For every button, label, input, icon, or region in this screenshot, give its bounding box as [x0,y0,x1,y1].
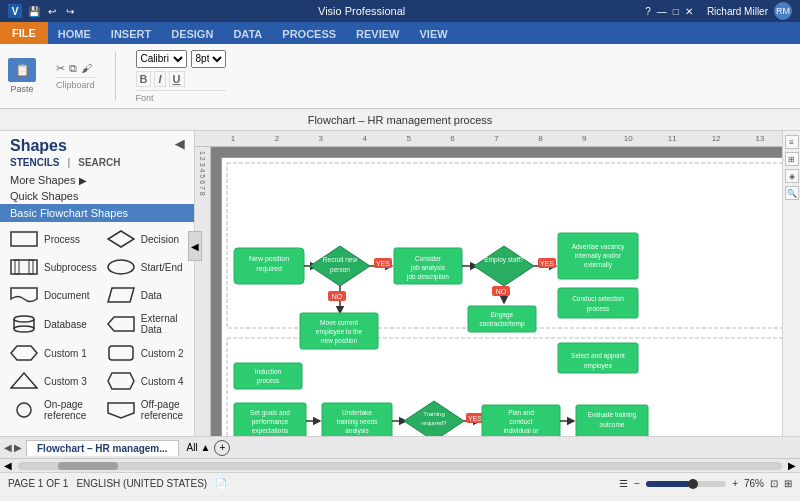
fit-window-button[interactable]: ⊡ [770,478,778,489]
svg-marker-12 [108,317,134,331]
all-pages-button[interactable]: All ▲ [187,442,211,453]
zoom-level-indicator [646,481,690,487]
tab-design[interactable]: DESIGN [161,24,223,44]
startend-svg [107,258,135,276]
ruler-horizontal: 1 2 3 4 5 6 7 8 9 10 11 12 13 [195,131,782,147]
svg-text:job analysis: job analysis [410,264,446,272]
right-toolbar: ≡ ⊞ ◈ 🔍 [782,131,800,436]
right-tool-3[interactable]: ◈ [785,169,799,183]
format-painter-button[interactable]: 🖌 [81,62,92,75]
page-tab[interactable]: Flowchart – HR managem... [26,440,179,456]
svg-text:employee to the: employee to the [316,328,363,336]
svg-marker-13 [11,346,37,360]
zoom-in-button[interactable]: + [732,478,738,489]
italic-button[interactable]: I [154,71,165,87]
shape-process[interactable]: Process [6,226,101,252]
shape-offpage-ref[interactable]: Off-page reference [103,396,188,424]
search-link[interactable]: SEARCH [78,157,120,168]
svg-rect-14 [109,346,133,360]
tab-file[interactable]: FILE [0,22,48,44]
scroll-right-button[interactable]: ▶ [784,460,800,471]
scroll-track[interactable] [18,462,782,470]
paste-button[interactable]: 📋 [8,58,36,82]
svg-text:Employ staff?: Employ staff? [484,256,524,264]
save-button[interactable]: 💾 [26,3,42,19]
tab-process[interactable]: PROCESS [272,24,346,44]
shape-onpage-ref[interactable]: On-page reference [6,396,101,424]
right-tool-2[interactable]: ⊞ [785,152,799,166]
copy-button[interactable]: ⧉ [69,62,77,75]
data-icon [107,285,135,305]
panel-collapse-button[interactable]: ◀ [188,231,202,261]
shape-custom1[interactable]: Custom 1 [6,340,101,366]
canvas-area: 1 2 3 4 5 6 7 8 9 10 11 12 13 1 2 3 4 5 … [195,131,782,436]
main-area: Shapes ◀ STENCILS | SEARCH More Shapes ▶… [0,131,800,436]
add-page-button[interactable]: + [214,440,230,456]
more-shapes-item[interactable]: More Shapes ▶ [0,172,194,188]
custom1-svg [10,344,38,362]
shape-custom3[interactable]: Custom 3 [6,368,101,394]
canvas-content[interactable]: New position required Recruit new person… [211,147,782,436]
tab-view[interactable]: VIEW [410,24,458,44]
shape-external-data[interactable]: External Data [103,310,188,338]
shapes-collapse-button[interactable]: ◀ [175,137,184,151]
font-size-select[interactable]: 8pt [191,50,226,68]
offpage-ref-icon [107,400,135,420]
fit-page-button[interactable]: ⊞ [784,478,792,489]
undo-button[interactable]: ↩ [44,3,60,19]
minimize-button[interactable]: — [657,6,667,17]
shape-document[interactable]: Document [6,282,101,308]
shape-data[interactable]: Data [103,282,188,308]
svg-text:required: required [256,265,282,273]
close-button[interactable]: ✕ [685,6,693,17]
shape-database[interactable]: Database [6,310,101,338]
right-tool-1[interactable]: ≡ [785,135,799,149]
tab-review[interactable]: REVIEW [346,24,409,44]
more-shapes-label: More Shapes [10,174,75,186]
scroll-thumb[interactable] [58,462,118,470]
font-family-select[interactable]: Calibri [136,50,187,68]
custom3-label: Custom 3 [44,376,87,387]
h-scrollbar[interactable]: ◀ ▶ [0,458,800,472]
ribbon-content: 📋 Paste ✂ ⧉ 🖌 Clipboard Calibri 8 [0,44,800,109]
zoom-slider[interactable] [646,481,726,487]
custom3-icon [10,371,38,391]
tab-next-button[interactable]: ▶ [14,442,22,453]
ruler-mark-9: 9 [562,134,606,143]
redo-button[interactable]: ↪ [62,3,78,19]
basic-flowchart-header[interactable]: Basic Flowchart Shapes [0,204,194,222]
tab-data[interactable]: DATA [223,24,272,44]
shape-custom4[interactable]: Custom 4 [103,368,188,394]
shape-custom2[interactable]: Custom 2 [103,340,188,366]
shape-decision[interactable]: Decision [103,226,188,252]
ruler-mark-8: 8 [518,134,562,143]
svg-point-5 [108,260,134,274]
svg-marker-1 [108,231,134,247]
external-data-label: External Data [141,313,184,335]
user-name: Richard Miller [707,6,768,17]
cut-button[interactable]: ✂ [56,62,65,75]
ruler-mark-11: 11 [650,134,694,143]
tab-insert[interactable]: INSERT [101,24,161,44]
svg-rect-64 [234,363,302,389]
svg-text:internally and/or: internally and/or [575,252,622,260]
bold-button[interactable]: B [136,71,152,87]
help-button[interactable]: ? [645,6,651,17]
underline-button[interactable]: U [169,71,185,87]
maximize-button[interactable]: □ [673,6,679,17]
custom4-label: Custom 4 [141,376,184,387]
zoom-out-button[interactable]: − [634,478,640,489]
app-icon: V [8,4,22,18]
tab-prev-button[interactable]: ◀ [4,442,12,453]
shape-startend[interactable]: Start/End [103,254,188,280]
scroll-left-button[interactable]: ◀ [0,460,16,471]
zoom-thumb[interactable] [688,479,698,489]
right-tool-4[interactable]: 🔍 [785,186,799,200]
svg-text:process: process [587,305,611,313]
tab-home[interactable]: HOME [48,24,101,44]
stencils-link[interactable]: STENCILS [10,157,59,168]
svg-text:Advertise vacancy: Advertise vacancy [572,243,625,251]
svg-marker-77 [404,401,464,436]
task-pane-button[interactable]: ☰ [619,478,628,489]
shape-subprocess[interactable]: Subprocess [6,254,101,280]
